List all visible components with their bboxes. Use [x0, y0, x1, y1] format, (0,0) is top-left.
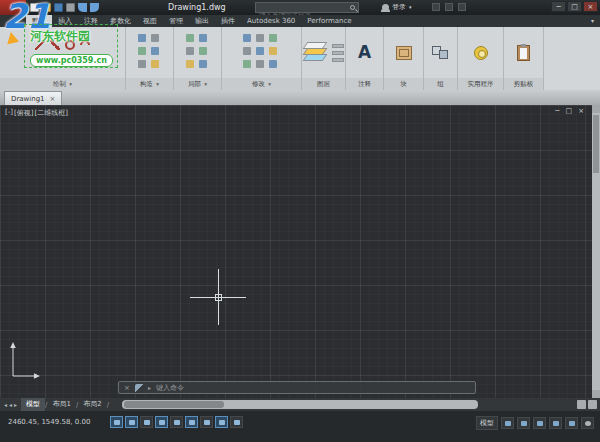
vertical-scroll-thumb[interactable] — [593, 115, 599, 173]
layers-icon[interactable] — [303, 42, 329, 64]
snap-toggle[interactable] — [125, 416, 138, 428]
panel-label-partial[interactable]: 局部 ▾ — [174, 78, 221, 90]
chevron-down-icon: ▾ — [268, 81, 271, 87]
text-icon[interactable]: A — [358, 44, 371, 61]
layoutbar-button[interactable] — [588, 400, 597, 409]
autoscale-icon[interactable] — [517, 417, 530, 429]
horizontal-scroll-thumb[interactable] — [124, 401, 224, 408]
lineweight-toggle[interactable] — [230, 416, 243, 428]
wrench-icon[interactable] — [135, 384, 143, 392]
restore-button[interactable]: □ — [567, 1, 582, 12]
viewport-menu-control[interactable]: [-] — [5, 108, 13, 118]
scroll-up-arrow[interactable] — [592, 105, 600, 113]
rotate-icon[interactable] — [269, 34, 277, 42]
layer-controls[interactable] — [332, 44, 344, 62]
ribbon-tab-performance[interactable]: Performance — [301, 15, 357, 27]
exchange-apps-icon[interactable] — [432, 3, 440, 11]
isolate-objects-icon[interactable] — [565, 417, 578, 429]
viewport-view-control[interactable]: [俯视] — [14, 108, 33, 118]
otrack-toggle[interactable] — [200, 416, 213, 428]
annotation-visibility-icon[interactable] — [501, 417, 514, 429]
file-tab-drawing1[interactable]: Drawing1 × — [4, 91, 62, 105]
polar-tracking-toggle[interactable] — [170, 416, 183, 428]
panel-label-annotation[interactable]: 注释 — [346, 78, 383, 90]
search-icon[interactable] — [350, 5, 355, 10]
trim-icon[interactable] — [256, 47, 264, 55]
tool-icon[interactable] — [199, 47, 207, 55]
panel-label-modify[interactable]: 修改 ▾ — [222, 78, 301, 90]
tool-icon[interactable] — [151, 34, 159, 42]
tool-icon[interactable] — [138, 34, 146, 42]
minimize-button[interactable]: ─ — [551, 1, 566, 12]
osnap-toggle[interactable] — [185, 416, 198, 428]
tool-icon[interactable] — [138, 60, 146, 68]
help-icon[interactable] — [458, 3, 466, 11]
viewport-style-control[interactable]: [二维线框] — [34, 108, 67, 118]
panel-label-utilities[interactable]: 实用程序 — [458, 78, 503, 90]
move-icon[interactable] — [243, 34, 251, 42]
person-icon — [382, 4, 389, 11]
tool-icon[interactable] — [186, 34, 194, 42]
tab-layout2[interactable]: 布局2 — [78, 398, 106, 411]
panel-label-clipboard[interactable]: 剪贴板 — [504, 78, 543, 90]
scroll-down-arrow[interactable] — [592, 390, 600, 398]
paste-icon[interactable] — [517, 45, 530, 61]
workspace-switch-icon[interactable] — [549, 417, 562, 429]
first-layout-arrow-icon[interactable]: ◂ — [4, 401, 7, 408]
ortho-toggle[interactable] — [155, 416, 168, 428]
copy-icon[interactable] — [256, 34, 264, 42]
panel-label-block[interactable]: 块 — [384, 78, 423, 90]
tab-layout1[interactable]: 布局1 — [47, 398, 75, 411]
next-layout-arrow-icon[interactable]: ▸ — [14, 401, 17, 408]
ribbon-tab-manage[interactable]: 管理 — [163, 15, 189, 27]
tool-icon[interactable] — [199, 34, 207, 42]
dynamic-input-toggle[interactable] — [215, 416, 228, 428]
annotation-scale-icon[interactable] — [533, 417, 546, 429]
ribbon-tab-a360[interactable]: Autodesk 360 — [241, 15, 301, 27]
panel-label-construct[interactable]: 构造 ▾ — [126, 78, 173, 90]
tool-icon[interactable] — [199, 60, 207, 68]
ribbon-collapse-icon[interactable]: ▾ — [591, 15, 594, 27]
tool-icon[interactable] — [138, 47, 146, 55]
doc-minimize-button[interactable]: ─ — [555, 107, 559, 115]
vertical-scrollbar[interactable] — [592, 105, 600, 398]
recent-commands-icon[interactable]: ▸ — [148, 384, 151, 391]
tool-icon[interactable] — [151, 47, 159, 55]
panel-label-group[interactable]: 组 — [424, 78, 457, 90]
tool-icon[interactable] — [151, 60, 159, 68]
ribbon-tab-addins[interactable]: 插件 — [215, 15, 241, 27]
prev-layout-arrow-icon[interactable]: ◂ — [9, 401, 12, 408]
command-line[interactable]: × ▸ 键入命令 — [118, 381, 476, 394]
panel-label-layers[interactable]: 图层 — [302, 78, 345, 90]
block-icon[interactable] — [396, 46, 412, 60]
help-search-box[interactable] — [255, 2, 359, 13]
close-icon[interactable]: × — [124, 384, 130, 392]
drawing-canvas[interactable]: [-] [俯视] [二维线框] ─ □ × × ▸ 键入命令 — [0, 105, 600, 398]
ribbon-tab-view[interactable]: 视图 — [137, 15, 163, 27]
group-icon[interactable] — [432, 46, 450, 60]
close-button[interactable]: × — [583, 1, 598, 12]
file-tab-label: Drawing1 — [11, 95, 45, 103]
scale-icon[interactable] — [256, 60, 264, 68]
customization-gear-icon[interactable] — [581, 417, 594, 429]
layoutbar-button[interactable] — [577, 400, 586, 409]
close-icon[interactable]: × — [50, 95, 56, 103]
command-prompt[interactable]: 键入命令 — [156, 383, 184, 393]
tab-model[interactable]: 模型 — [21, 398, 45, 411]
measure-icon[interactable] — [474, 46, 488, 60]
grid-toggle[interactable] — [140, 416, 153, 428]
infer-constraints-toggle[interactable] — [110, 416, 123, 428]
doc-restore-button[interactable]: □ — [566, 107, 573, 115]
sign-in-button[interactable]: 登录 ▾ — [382, 2, 412, 12]
array-icon[interactable] — [269, 60, 277, 68]
horizontal-scrollbar[interactable] — [122, 400, 478, 409]
stay-connected-icon[interactable] — [445, 3, 453, 11]
tool-icon[interactable] — [186, 60, 194, 68]
mirror-icon[interactable] — [243, 47, 251, 55]
offset-icon[interactable] — [269, 47, 277, 55]
tool-icon[interactable] — [186, 47, 194, 55]
erase-icon[interactable] — [243, 60, 251, 68]
doc-close-button[interactable]: × — [578, 107, 584, 115]
ribbon-tab-output[interactable]: 输出 — [189, 15, 215, 27]
model-space-button[interactable]: 模型 — [476, 416, 498, 430]
